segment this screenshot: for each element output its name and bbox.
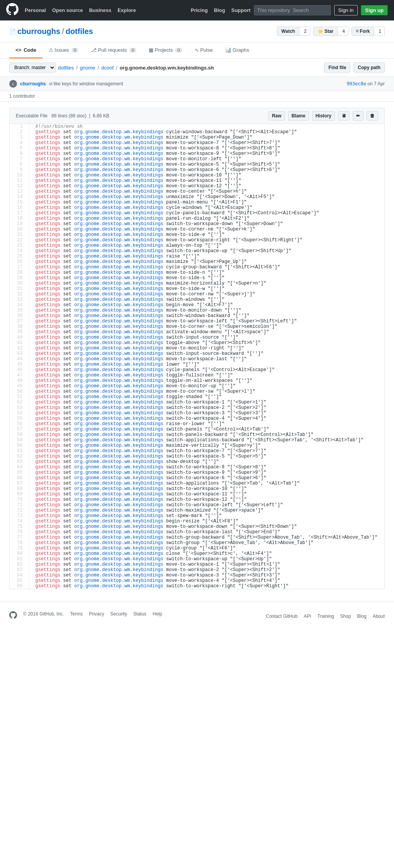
line-number[interactable]: 67 xyxy=(10,481,29,486)
line-number[interactable]: 18 xyxy=(10,216,29,221)
line-number[interactable]: 68 xyxy=(10,486,29,492)
line-number[interactable]: 47 xyxy=(10,373,29,378)
line-number[interactable]: 25 xyxy=(10,254,29,259)
line-number[interactable]: 20 xyxy=(10,227,29,232)
repository-search-input[interactable] xyxy=(254,5,331,15)
line-number[interactable]: 73 xyxy=(10,513,29,519)
line-number[interactable]: 70 xyxy=(10,497,29,502)
line-number[interactable]: 75 xyxy=(10,524,29,529)
footer-shop-link[interactable]: Shop xyxy=(340,614,351,619)
commit-sha-link[interactable]: 993ec8e xyxy=(346,81,366,86)
line-number[interactable]: 22 xyxy=(10,237,29,243)
watch-button[interactable]: Watch xyxy=(277,27,299,36)
line-number[interactable]: 64 xyxy=(10,465,29,470)
footer-about-link[interactable]: About xyxy=(373,614,385,619)
line-number[interactable]: 41 xyxy=(10,340,29,346)
line-number[interactable]: 48 xyxy=(10,378,29,383)
line-number[interactable]: 8 xyxy=(10,162,29,167)
line-number[interactable]: 31 xyxy=(10,286,29,292)
nav-business[interactable]: Business xyxy=(89,7,111,13)
nav-support[interactable]: Support xyxy=(231,7,251,13)
raw-button[interactable]: Raw xyxy=(268,111,285,120)
line-number[interactable]: 58 xyxy=(10,432,29,437)
find-file-button[interactable]: Find file xyxy=(324,63,350,73)
line-number[interactable]: 30 xyxy=(10,281,29,286)
nav-pricing[interactable]: Pricing xyxy=(191,7,208,13)
line-number[interactable]: 38 xyxy=(10,324,29,329)
line-number[interactable]: 66 xyxy=(10,475,29,481)
fork-button[interactable]: ⑂ Fork xyxy=(352,27,374,36)
footer-blog-link[interactable]: Blog xyxy=(357,614,367,619)
line-number[interactable]: 55 xyxy=(10,416,29,421)
line-number[interactable]: 77 xyxy=(10,535,29,540)
line-number[interactable]: 49 xyxy=(10,383,29,389)
line-number[interactable]: 36 xyxy=(10,313,29,319)
tab-graphs[interactable]: 📊 Graphs xyxy=(219,42,255,58)
line-number[interactable]: 34 xyxy=(10,302,29,308)
footer-training-link[interactable]: Training xyxy=(318,614,334,619)
line-number[interactable]: 27 xyxy=(10,264,29,270)
line-number[interactable]: 29 xyxy=(10,275,29,281)
tab-pull-requests[interactable]: ⎇ Pull requests 0 xyxy=(85,42,143,58)
line-number[interactable]: 79 xyxy=(10,546,29,551)
signin-button[interactable]: Sign in xyxy=(334,5,358,15)
line-number[interactable]: 61 xyxy=(10,448,29,454)
footer-api-link[interactable]: API xyxy=(304,614,311,619)
line-number[interactable]: 7 xyxy=(10,156,29,162)
line-number[interactable]: 83 xyxy=(10,567,29,573)
line-number[interactable]: 86 xyxy=(10,583,29,589)
line-number[interactable]: 51 xyxy=(10,394,29,400)
line-number[interactable]: 9 xyxy=(10,167,29,173)
branch-select[interactable]: Branch: master xyxy=(9,63,56,73)
signup-button[interactable]: Sign up xyxy=(361,5,388,15)
line-number[interactable]: 82 xyxy=(10,562,29,567)
line-number[interactable]: 26 xyxy=(10,259,29,264)
line-number[interactable]: 57 xyxy=(10,427,29,432)
tab-projects[interactable]: ▦ Projects 0 xyxy=(143,42,189,58)
repo-owner-link[interactable]: cburroughs xyxy=(17,27,60,36)
line-number[interactable]: 32 xyxy=(10,292,29,297)
line-number[interactable]: 63 xyxy=(10,459,29,465)
footer-security-link[interactable]: Security xyxy=(110,611,127,621)
line-number[interactable]: 19 xyxy=(10,221,29,227)
line-number[interactable]: 16 xyxy=(10,205,29,210)
line-number[interactable]: 1 xyxy=(10,124,29,129)
line-number[interactable]: 72 xyxy=(10,508,29,513)
copy-path-button[interactable]: Copy path xyxy=(353,63,385,73)
footer-privacy-link[interactable]: Privacy xyxy=(89,611,104,621)
line-number[interactable]: 11 xyxy=(10,178,29,183)
line-number[interactable]: 24 xyxy=(10,248,29,254)
breadcrumb-dconf-link[interactable]: dconf xyxy=(101,65,114,71)
line-number[interactable]: 44 xyxy=(10,356,29,362)
line-number[interactable]: 85 xyxy=(10,578,29,583)
line-number[interactable]: 59 xyxy=(10,437,29,443)
commit-author-link[interactable]: cburroughs xyxy=(20,81,46,86)
line-number[interactable]: 52 xyxy=(10,400,29,405)
footer-terms-link[interactable]: Terms xyxy=(70,611,83,621)
line-number[interactable]: 80 xyxy=(10,551,29,556)
line-number[interactable]: 74 xyxy=(10,519,29,524)
line-number[interactable]: 10 xyxy=(10,173,29,178)
footer-help-link[interactable]: Help xyxy=(153,611,162,621)
line-number[interactable]: 53 xyxy=(10,405,29,410)
line-number[interactable]: 43 xyxy=(10,351,29,356)
line-number[interactable]: 6 xyxy=(10,151,29,156)
tab-pulse[interactable]: ∿ Pulse xyxy=(189,42,219,58)
line-number[interactable]: 50 xyxy=(10,389,29,394)
star-button[interactable]: ⭐ Star xyxy=(314,27,338,36)
line-number[interactable]: 12 xyxy=(10,183,29,189)
blame-button[interactable]: Blame xyxy=(288,111,309,120)
desktop-icon[interactable]: 🖥 xyxy=(338,111,350,120)
footer-status-link[interactable]: Status xyxy=(133,611,146,621)
line-number[interactable]: 35 xyxy=(10,308,29,313)
nav-explore[interactable]: Explore xyxy=(117,7,136,13)
line-number[interactable]: 39 xyxy=(10,329,29,335)
line-number[interactable]: 21 xyxy=(10,232,29,237)
line-number[interactable]: 3 xyxy=(10,135,29,140)
line-number[interactable]: 62 xyxy=(10,454,29,459)
line-number[interactable]: 40 xyxy=(10,335,29,340)
line-number[interactable]: 84 xyxy=(10,573,29,578)
line-number[interactable]: 33 xyxy=(10,297,29,302)
line-number[interactable]: 45 xyxy=(10,362,29,367)
line-number[interactable]: 76 xyxy=(10,529,29,535)
